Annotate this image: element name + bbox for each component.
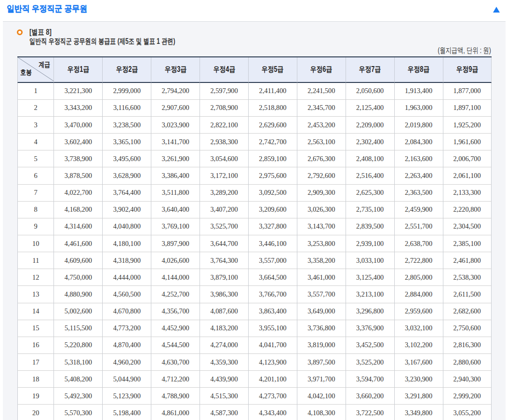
salary-cell: 2,597,900 (200, 83, 248, 100)
table-row-9: 94,314,6004,040,8003,769,1003,525,7003,3… (17, 218, 492, 235)
salary-cell: 3,511,800 (151, 185, 200, 202)
column-header-2: 우정2급 (102, 57, 151, 83)
salary-cell: 3,116,600 (102, 100, 151, 117)
salary-cell: 4,773,200 (102, 320, 151, 337)
step-cell: 3 (17, 117, 53, 134)
column-header-label: 우정5급 (262, 65, 284, 75)
salary-cell: 2,975,600 (248, 167, 297, 184)
section-header-bar: 일반직 우정직군 공무원 (0, 0, 507, 21)
salary-cell: 5,408,200 (53, 371, 102, 388)
table-row-13: 134,880,9004,560,5004,252,7003,986,3003,… (17, 286, 492, 303)
salary-cell: 4,042,100 (297, 388, 346, 405)
salary-cell: 2,163,600 (394, 150, 443, 167)
salary-cell: 4,183,200 (200, 320, 248, 337)
salary-cell: 1,925,200 (443, 117, 492, 134)
salary-cell: 3,878,500 (53, 167, 102, 184)
step-cell: 17 (17, 354, 53, 371)
salary-cell: 3,253,800 (297, 235, 346, 252)
salary-cell: 4,123,900 (248, 354, 297, 371)
salary-cell: 3,172,100 (200, 167, 248, 184)
salary-cell: 2,959,600 (394, 303, 443, 320)
salary-cell: 2,638,700 (394, 235, 443, 252)
step-cell: 4 (17, 134, 53, 150)
salary-cell: 2,125,400 (346, 100, 394, 117)
salary-cell: 2,263,400 (394, 167, 443, 184)
salary-cell: 3,644,700 (200, 235, 248, 252)
table-row-6: 63,878,5003,628,9003,386,4003,172,1002,9… (17, 167, 492, 184)
table-row-5: 53,738,9003,495,6003,261,9003,054,6002,8… (17, 150, 492, 167)
salary-cell: 2,385,100 (443, 235, 492, 252)
salary-cell: 5,115,500 (53, 320, 102, 337)
salary-cell: 3,407,200 (200, 202, 248, 218)
section-title-text: 일반직 우정직군 공무원 (7, 3, 87, 14)
salary-cell: 2,516,400 (346, 167, 394, 184)
salary-cell: 4,750,000 (53, 269, 102, 286)
salary-cell: 2,461,800 (443, 252, 492, 269)
salary-cell: 3,327,800 (248, 218, 297, 235)
salary-cell: 4,870,400 (102, 337, 151, 354)
table-row-1: 13,221,3002,999,0002,794,2002,597,9002,4… (17, 83, 492, 100)
collapse-up-triangle-icon[interactable] (493, 7, 500, 13)
step-cell: 20 (17, 405, 53, 420)
table-row-3: 33,470,0003,238,5003,023,9002,822,1002,6… (17, 117, 492, 134)
salary-cell: 3,358,200 (297, 252, 346, 269)
salary-cell: 2,859,100 (248, 150, 297, 167)
salary-cell: 3,376,900 (346, 320, 394, 337)
salary-cell: 2,629,600 (248, 117, 297, 134)
salary-cell: 4,515,300 (200, 388, 248, 405)
section-title: 일반직 우정직군 공무원 (7, 3, 98, 14)
salary-cell: 4,670,800 (102, 303, 151, 320)
salary-cell: 2,363,500 (394, 185, 443, 202)
salary-cell: 2,708,900 (200, 100, 248, 117)
salary-table: 계급 호봉 우정1급우정2급우정3급우정4급우정5급우정6급우정7급우정8급우정… (17, 56, 492, 420)
salary-cell: 3,291,800 (394, 388, 443, 405)
salary-cell: 2,006,700 (443, 150, 492, 167)
column-header-7: 우정7급 (346, 57, 394, 83)
salary-cell: 4,108,300 (297, 405, 346, 420)
salary-cell: 5,318,100 (53, 354, 102, 371)
salary-cell: 3,766,700 (248, 286, 297, 303)
step-cell: 6 (17, 167, 53, 184)
column-header-8: 우정8급 (394, 57, 443, 83)
table-row-2: 23,343,2003,116,6002,907,6002,708,9002,5… (17, 100, 492, 117)
salary-cell: 2,453,200 (297, 117, 346, 134)
step-cell: 2 (17, 100, 53, 117)
step-cell: 18 (17, 371, 53, 388)
salary-cell: 3,955,100 (248, 320, 297, 337)
step-cell: 11 (17, 252, 53, 269)
salary-cell: 4,609,600 (53, 252, 102, 269)
salary-cell: 3,365,100 (102, 134, 151, 150)
salary-cell: 3,261,900 (151, 150, 200, 167)
salary-cell: 2,805,000 (394, 269, 443, 286)
salary-cell: 2,940,300 (443, 371, 492, 388)
column-header-label: 우정3급 (164, 65, 187, 75)
corner-label-grade: 계급 (37, 60, 52, 69)
salary-cell: 2,939,100 (346, 235, 394, 252)
salary-cell: 4,180,100 (102, 235, 151, 252)
salary-cell: 4,201,100 (248, 371, 297, 388)
salary-cell: 5,044,900 (102, 371, 151, 388)
salary-cell: 2,839,500 (346, 218, 394, 235)
salary-cell: 2,722,800 (394, 252, 443, 269)
salary-cell: 3,664,500 (248, 269, 297, 286)
column-header-label: 우정4급 (213, 65, 235, 75)
salary-cell: 3,386,400 (151, 167, 200, 184)
salary-cell: 3,054,600 (200, 150, 248, 167)
salary-cell: 4,252,700 (151, 286, 200, 303)
content-panel: [별표 8] 일반직 우정직군 공무원의 봉급표 (제5조 및 별표 1 관련)… (3, 21, 506, 420)
unit-note: (월지급액, 단위 : 원) (421, 46, 491, 56)
salary-cell: 2,625,300 (346, 185, 394, 202)
salary-cell: 4,587,300 (200, 405, 248, 420)
corner-label-grade-text: 계급 (39, 60, 50, 69)
salary-cell: 4,026,600 (151, 252, 200, 269)
salary-cell: 3,023,900 (151, 117, 200, 134)
salary-cell: 2,518,800 (248, 100, 297, 117)
salary-cell: 3,738,900 (53, 150, 102, 167)
salary-cell: 2,551,700 (394, 218, 443, 235)
salary-cell: 5,198,400 (102, 405, 151, 420)
salary-cell: 3,209,600 (248, 202, 297, 218)
column-header-label: 우정2급 (116, 65, 138, 75)
salary-cell: 4,452,900 (151, 320, 200, 337)
salary-cell: 5,570,300 (53, 405, 102, 420)
salary-cell: 2,816,300 (443, 337, 492, 354)
